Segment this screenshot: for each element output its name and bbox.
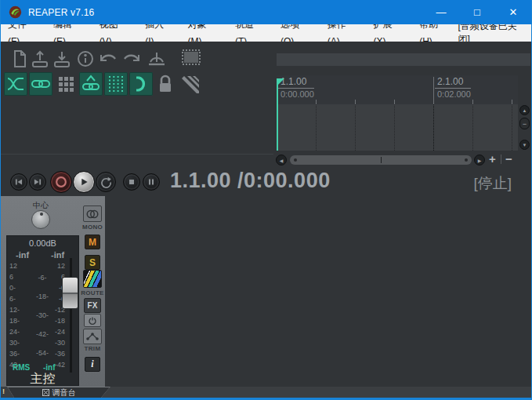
mono-label: MONO: [80, 224, 105, 231]
ruler-time-label: 0:00.000: [278, 89, 314, 99]
docker-bar: ! 调音台: [1, 387, 531, 398]
fx-bypass-button[interactable]: [84, 314, 101, 327]
master-mixer-strip: 中心 0.00dB -inf -inf 12 6 0- 6- 12- 18- 2…: [1, 196, 105, 387]
timeline-ruler[interactable]: 1.1.00 0:00.000 2.1.00 0:02.000: [277, 75, 518, 104]
project-settings-button[interactable]: [76, 49, 95, 69]
docker-tab-label[interactable]: 调音台: [52, 387, 76, 398]
edit-cursor[interactable]: [277, 78, 278, 151]
new-project-button[interactable]: [10, 49, 29, 69]
horizontal-scrollbar[interactable]: [290, 155, 472, 165]
snap-magnet-toggle[interactable]: [129, 72, 153, 96]
scroll-down-button[interactable]: ▼: [519, 140, 530, 150]
volume-fader-handle[interactable]: [62, 277, 78, 309]
stop-button[interactable]: [123, 173, 140, 191]
go-to-end-button[interactable]: [29, 173, 46, 191]
maximize-button[interactable]: □: [459, 0, 495, 24]
link-items-toggle[interactable]: [29, 72, 52, 96]
pause-button[interactable]: [143, 173, 160, 191]
open-project-button[interactable]: [31, 49, 49, 69]
reaper-logo-icon: [9, 5, 22, 19]
titlebar: REAPER v7.16 — □ ✕: [1, 0, 531, 24]
solo-button[interactable]: S: [85, 255, 100, 270]
measure-line: [433, 77, 434, 104]
close-button[interactable]: ✕: [495, 0, 531, 24]
scrollbar-center-mark: [381, 157, 382, 163]
play-button[interactable]: [73, 171, 95, 193]
volume-value[interactable]: 0.00dB: [7, 238, 78, 248]
ripple-grid-toggle[interactable]: [54, 72, 78, 96]
marquee-select-button[interactable]: [181, 49, 200, 69]
divider: [501, 155, 501, 164]
scroll-up-button[interactable]: ▲: [519, 105, 530, 115]
trim-label: TRIM: [80, 345, 105, 352]
zoom-out-button[interactable]: −: [505, 152, 512, 165]
route-label: ROUTE: [78, 289, 107, 296]
lock-toggle[interactable]: [156, 74, 175, 94]
knob-marker: [40, 213, 43, 216]
undo-button[interactable]: [98, 49, 117, 69]
volume-fader-track[interactable]: [70, 258, 72, 373]
arrange-view[interactable]: [277, 104, 518, 151]
gridline: [355, 104, 356, 151]
menubar: 文件(F) 编辑(E) 视图(V) 插入(I) 对象(M) 轨道(T) 选项(O…: [1, 24, 531, 42]
mute-button[interactable]: M: [85, 235, 100, 249]
mono-button[interactable]: [83, 205, 102, 222]
fx-button[interactable]: FX: [84, 298, 101, 313]
peak-readout-right[interactable]: -inf: [51, 250, 64, 260]
scrollbar-dot: [294, 158, 297, 162]
go-to-start-button[interactable]: [10, 173, 27, 191]
track-name[interactable]: 主控: [7, 371, 78, 387]
auto-crossfade-toggle[interactable]: [4, 72, 27, 96]
grid-lines-toggle[interactable]: [104, 72, 128, 96]
minimize-button[interactable]: —: [423, 0, 459, 24]
edit-cursor-flag: [277, 78, 284, 85]
scroll-right-button[interactable]: ▶: [474, 155, 485, 165]
gridline: [512, 104, 512, 151]
save-project-button[interactable]: [52, 49, 71, 69]
repeat-button[interactable]: [96, 172, 116, 192]
main-area: 1.1.00 0:00.000 2.1.00 0:02.000 ▲: [1, 42, 531, 398]
scrollbar-dot: [465, 158, 468, 162]
record-button[interactable]: [50, 171, 72, 193]
metronome-button[interactable]: [147, 48, 165, 68]
redo-button[interactable]: [121, 49, 140, 69]
window-title: REAPER v7.16: [28, 7, 94, 18]
reaper-window: REAPER v7.16 — □ ✕ 文件(F) 编辑(E) 视图(V) 插入(…: [0, 0, 532, 400]
gridline-measure: [433, 104, 434, 151]
peak-readout-left[interactable]: -inf: [16, 250, 29, 260]
master-meter[interactable]: 0.00dB -inf -inf 12 6 0- 6- 12- 18- 24- …: [6, 235, 79, 386]
close-box-icon[interactable]: [42, 389, 49, 396]
docker-alert: !: [2, 387, 5, 395]
track-header-strip: [277, 53, 530, 66]
ruler-beat-label: 2.1.00: [435, 76, 471, 89]
playback-status: [停止]: [473, 173, 512, 194]
gridline: [472, 104, 473, 151]
gridline: [394, 104, 395, 151]
track-notes-button[interactable]: i: [85, 357, 100, 372]
transport-time-display[interactable]: 1.1.00 /0:00.000: [170, 169, 331, 193]
zoom-in-button[interactable]: +: [489, 152, 496, 165]
pencil-icon[interactable]: [179, 74, 198, 94]
scroll-left-button[interactable]: ◀: [276, 155, 287, 165]
fader-center-line: [63, 293, 78, 294]
pan-label: 中心: [24, 200, 58, 211]
divider: [1, 154, 273, 155]
docker-tab-mixer[interactable]: 调音台: [7, 387, 110, 398]
route-button[interactable]: [83, 270, 102, 288]
group-items-toggle[interactable]: [79, 72, 103, 96]
trim-automation-button[interactable]: [83, 329, 102, 344]
pan-knob[interactable]: [31, 210, 50, 229]
vertical-zoom-out-button[interactable]: −: [519, 118, 530, 129]
ruler-time-label: 0:02.000: [435, 89, 471, 99]
gridline: [316, 104, 317, 151]
